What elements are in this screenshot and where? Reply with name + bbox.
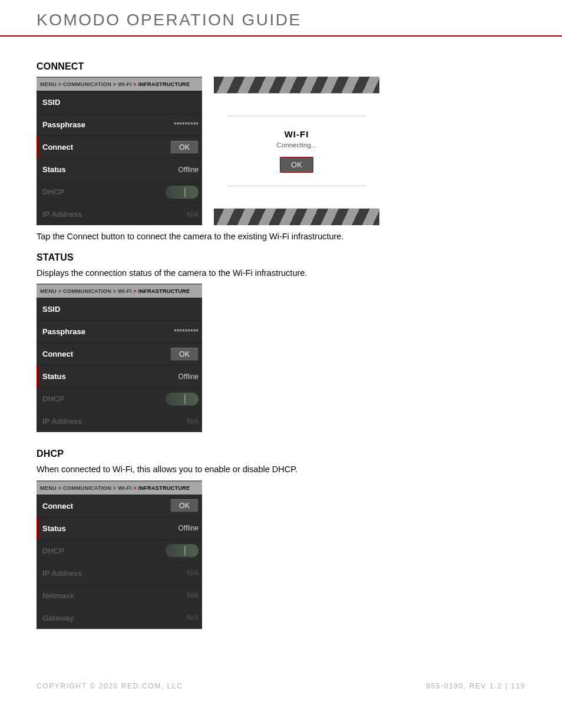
status-menu-panel: MENU > COMMUNICATION > WI-FI > INFRASTRU… — [37, 284, 202, 432]
row-connect[interactable]: Connect OK — [37, 136, 202, 158]
row-connect[interactable]: Connect OK — [37, 342, 202, 365]
row-ip: IP Address N/A — [37, 410, 202, 432]
value-ip: N/A — [187, 569, 199, 577]
dhcp-toggle — [166, 393, 199, 406]
label-ssid: SSID — [42, 305, 60, 314]
heading-connect: CONNECT — [37, 61, 525, 72]
dialog-rule — [227, 186, 366, 186]
dhcp-toggle — [166, 544, 199, 557]
value-passphrase: ********* — [174, 121, 199, 129]
dialog-ok-button[interactable]: OK — [280, 157, 313, 173]
row-ssid[interactable]: SSID — [37, 298, 202, 320]
label-ip: IP Address — [42, 417, 82, 426]
value-ip: N/A — [187, 210, 199, 219]
breadcrumb: MENU > COMMUNICATION > WI-FI > INFRASTRU… — [37, 78, 202, 91]
label-dhcp: DHCP — [42, 394, 64, 403]
value-gateway: N/A — [187, 614, 199, 622]
dialog-title: WI-FI — [285, 129, 309, 139]
footer-rev: 955-0190, REV 1.2 | 119 — [426, 682, 525, 690]
value-status: Offline — [178, 524, 199, 532]
value-status: Offline — [178, 166, 199, 174]
label-ip: IP Address — [42, 569, 82, 578]
dhcp-body-text: When connected to Wi-Fi, this allows you… — [37, 464, 525, 476]
label-passphrase: Passphrase — [42, 120, 85, 129]
label-gateway: Gateway — [42, 614, 74, 622]
connect-ok-button[interactable]: OK — [170, 499, 199, 512]
breadcrumb-infra: INFRASTRUCTURE — [138, 81, 190, 87]
dialog-stripe-top — [214, 77, 379, 93]
row-gateway: Gateway N/A — [37, 607, 202, 629]
connect-ok-button[interactable]: OK — [170, 141, 199, 154]
breadcrumb-comm: COMMUNICATION — [63, 485, 111, 491]
breadcrumb: MENU > COMMUNICATION > WI-FI > INFRASTRU… — [37, 482, 202, 495]
label-connect: Connect — [42, 502, 73, 510]
breadcrumb-sep: > — [58, 81, 62, 87]
breadcrumb-wifi: WI-FI — [118, 81, 131, 87]
breadcrumb-infra: INFRASTRUCTURE — [138, 288, 190, 294]
label-netmask: Netmask — [42, 591, 74, 600]
connect-body-text: Tap the Connect button to connect the ca… — [37, 231, 525, 243]
breadcrumb-menu: MENU — [40, 485, 57, 491]
breadcrumb-sep: > — [133, 81, 137, 87]
value-netmask: N/A — [187, 591, 199, 599]
title-rule — [0, 35, 562, 37]
label-ip: IP Address — [42, 210, 82, 219]
value-passphrase: ********* — [174, 328, 199, 336]
dhcp-menu-panel: MENU > COMMUNICATION > WI-FI > INFRASTRU… — [37, 480, 202, 629]
footer: COPYRIGHT © 2020 RED.COM, LLC 955-0190, … — [37, 682, 525, 690]
breadcrumb-sep: > — [113, 81, 117, 87]
label-status: Status — [42, 372, 66, 381]
breadcrumb-wifi: WI-FI — [118, 485, 131, 491]
status-body-text: Displays the connection status of the ca… — [37, 268, 525, 279]
row-status[interactable]: Status Offline — [37, 158, 202, 180]
label-connect: Connect — [42, 143, 73, 151]
page-title: KOMODO OPERATION GUIDE — [37, 11, 525, 35]
breadcrumb-sep: > — [133, 288, 137, 294]
breadcrumb-infra: INFRASTRUCTURE — [138, 485, 190, 491]
heading-dhcp: DHCP — [37, 449, 525, 459]
breadcrumb-sep: > — [113, 485, 117, 491]
row-ssid[interactable]: SSID — [37, 91, 202, 113]
value-ip: N/A — [187, 417, 199, 426]
label-dhcp: DHCP — [42, 187, 64, 196]
breadcrumb-sep: > — [58, 288, 62, 294]
breadcrumb-sep: > — [58, 485, 62, 491]
breadcrumb-sep: > — [113, 288, 117, 294]
row-ip: IP Address N/A — [37, 203, 202, 225]
value-status: Offline — [178, 373, 199, 381]
connect-ok-button[interactable]: OK — [170, 348, 199, 361]
row-dhcp: DHCP — [37, 539, 202, 562]
breadcrumb-sep: > — [133, 485, 137, 491]
dialog-rule — [227, 116, 366, 116]
label-status: Status — [42, 524, 66, 533]
label-dhcp: DHCP — [42, 546, 64, 555]
dialog-stripe-bottom — [214, 209, 379, 225]
label-passphrase: Passphrase — [42, 327, 85, 336]
row-ip: IP Address N/A — [37, 562, 202, 584]
label-ssid: SSID — [42, 98, 60, 107]
row-passphrase[interactable]: Passphrase ********* — [37, 113, 202, 136]
breadcrumb-menu: MENU — [40, 288, 57, 294]
label-status: Status — [42, 165, 66, 174]
row-connect[interactable]: Connect OK — [37, 495, 202, 517]
connect-menu-panel: MENU > COMMUNICATION > WI-FI > INFRASTRU… — [37, 77, 202, 225]
heading-status: STATUS — [37, 252, 525, 263]
row-passphrase[interactable]: Passphrase ********* — [37, 320, 202, 342]
dialog-body: WI-FI Connecting... OK — [214, 93, 379, 209]
dialog-msg: Connecting... — [277, 141, 317, 149]
row-dhcp: DHCP — [37, 180, 202, 203]
dhcp-toggle — [166, 186, 199, 199]
breadcrumb-wifi: WI-FI — [118, 288, 131, 294]
breadcrumb-comm: COMMUNICATION — [63, 288, 111, 294]
row-status[interactable]: Status Offline — [37, 365, 202, 387]
row-dhcp: DHCP — [37, 387, 202, 410]
footer-copyright: COPYRIGHT © 2020 RED.COM, LLC — [37, 682, 183, 690]
breadcrumb: MENU > COMMUNICATION > WI-FI > INFRASTRU… — [37, 285, 202, 298]
breadcrumb-menu: MENU — [40, 81, 57, 87]
breadcrumb-comm: COMMUNICATION — [63, 81, 111, 87]
row-netmask: Netmask N/A — [37, 584, 202, 607]
label-connect: Connect — [42, 350, 73, 358]
row-status[interactable]: Status Offline — [37, 517, 202, 539]
wifi-dialog-panel: WI-FI Connecting... OK — [214, 77, 379, 225]
